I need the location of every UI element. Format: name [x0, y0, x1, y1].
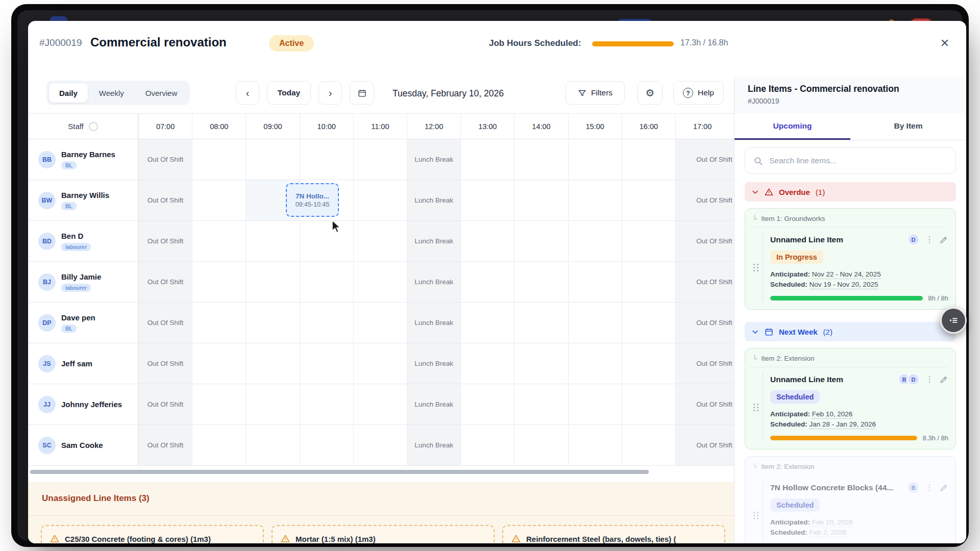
schedule-cell[interactable] [353, 221, 407, 261]
floating-panel-toggle-button[interactable] [940, 307, 967, 334]
schedule-cell[interactable] [460, 262, 514, 302]
tab-weekly[interactable]: Weekly [89, 83, 134, 103]
schedule-cell[interactable] [622, 180, 675, 220]
schedule-cell[interactable] [246, 425, 299, 465]
unassigned-line-item-chip[interactable]: Mortar (1:5 mix) (1m3) [272, 525, 495, 543]
drag-handle[interactable] [749, 233, 763, 302]
schedule-cell[interactable] [568, 139, 622, 180]
today-button[interactable]: Today [267, 81, 311, 105]
schedule-cell[interactable] [353, 425, 407, 465]
schedule-cell[interactable] [300, 425, 353, 465]
schedule-cell[interactable] [514, 139, 568, 180]
schedule-cell[interactable] [300, 343, 353, 384]
staff-cell[interactable]: JS Jeff sam [28, 343, 138, 384]
out-of-shift-cell[interactable]: Out Of Shift [675, 384, 734, 424]
select-all-checkbox[interactable] [89, 122, 98, 131]
settings-button[interactable]: ⚙ [638, 81, 663, 105]
schedule-cell[interactable] [622, 425, 675, 465]
line-item-card[interactable]: └ Item 2: Extension 7N Hollow Concrete B… [745, 456, 956, 543]
out-of-shift-cell[interactable]: Out Of Shift [675, 180, 734, 220]
out-of-shift-cell[interactable]: Out Of Shift [138, 139, 192, 180]
panel-tab-by-item[interactable]: By Item [850, 113, 966, 140]
out-of-shift-cell[interactable]: Out Of Shift [138, 384, 192, 424]
schedule-cell[interactable] [300, 139, 353, 180]
next-day-button[interactable]: › [318, 81, 342, 105]
schedule-cell[interactable] [353, 303, 407, 343]
schedule-cell[interactable] [622, 221, 675, 261]
schedule-cell[interactable] [460, 139, 514, 180]
group-header-nextweek[interactable]: Next Week(2) [745, 322, 956, 341]
schedule-cell[interactable] [514, 221, 568, 261]
close-icon[interactable]: ✕ [936, 34, 954, 53]
schedule-cell[interactable] [192, 139, 246, 180]
schedule-cell[interactable] [300, 303, 353, 343]
kebab-menu-icon[interactable]: ⋮ [925, 483, 934, 492]
schedule-cell[interactable] [353, 262, 407, 302]
lunch-break-cell[interactable]: Lunch Break [407, 425, 460, 465]
schedule-cell[interactable] [300, 221, 353, 261]
schedule-cell[interactable] [622, 343, 675, 384]
edit-icon[interactable] [939, 235, 948, 244]
out-of-shift-cell[interactable]: Out Of Shift [675, 343, 734, 384]
out-of-shift-cell[interactable]: Out Of Shift [675, 262, 734, 302]
lunch-break-cell[interactable]: Lunch Break [407, 262, 460, 302]
schedule-cell[interactable] [622, 303, 675, 343]
kebab-menu-icon[interactable]: ⋮ [925, 235, 934, 244]
staff-cell[interactable]: BW Barney Willis BL [28, 180, 138, 220]
staff-cell[interactable]: JJ Johnny Jefferies [28, 384, 138, 424]
schedule-cell[interactable] [514, 425, 568, 465]
staff-cell[interactable]: DP Dave pen BL [28, 303, 138, 343]
schedule-cell[interactable] [353, 180, 407, 220]
unassigned-line-item-chip[interactable]: C25/30 Concrete (footing & cores) (1m3) [41, 525, 264, 543]
schedule-cell[interactable] [246, 262, 299, 302]
schedule-cell[interactable] [192, 384, 246, 424]
lunch-break-cell[interactable]: Lunch Break [407, 180, 460, 220]
prev-day-button[interactable]: ‹ [236, 81, 259, 105]
schedule-cell[interactable] [514, 343, 568, 384]
lunch-break-cell[interactable]: Lunch Break [407, 139, 460, 180]
out-of-shift-cell[interactable]: Out Of Shift [138, 262, 192, 302]
edit-icon[interactable] [939, 483, 948, 492]
schedule-cell[interactable] [246, 139, 299, 180]
schedule-cell[interactable] [192, 180, 246, 220]
schedule-cell[interactable] [514, 180, 568, 220]
group-header-overdue[interactable]: Overdue(1) [745, 182, 956, 202]
schedule-cell[interactable] [460, 180, 514, 220]
tab-overview[interactable]: Overview [135, 83, 188, 103]
staff-cell[interactable]: SC Sam Cooke [28, 425, 138, 465]
schedule-cell[interactable] [568, 221, 622, 261]
schedule-cell[interactable] [300, 262, 353, 302]
search-input[interactable] [769, 156, 947, 165]
schedule-cell[interactable] [246, 384, 299, 424]
line-item-card[interactable]: └ Item 1: Groundworks Unnamed Line Item … [745, 208, 956, 310]
schedule-cell[interactable] [353, 384, 407, 424]
unassigned-line-item-chip[interactable]: Reinforcement Steel (bars, dowels, ties)… [502, 525, 725, 543]
lunch-break-cell[interactable]: Lunch Break [407, 384, 460, 424]
schedule-cell[interactable] [460, 221, 514, 261]
calendar-button[interactable] [350, 81, 374, 105]
edit-icon[interactable] [939, 375, 948, 384]
schedule-cell[interactable] [622, 262, 675, 302]
schedule-cell[interactable] [568, 384, 622, 424]
scheduled-event-block[interactable]: 7N Hollo...09:45-10:45 [286, 183, 339, 217]
schedule-cell[interactable] [568, 180, 622, 220]
out-of-shift-cell[interactable]: Out Of Shift [138, 425, 192, 465]
out-of-shift-cell[interactable]: Out Of Shift [138, 343, 192, 384]
out-of-shift-cell[interactable]: Out Of Shift [138, 180, 192, 220]
schedule-cell[interactable] [353, 343, 407, 384]
schedule-cell[interactable] [514, 303, 568, 343]
schedule-cell[interactable] [192, 221, 246, 261]
schedule-cell[interactable] [568, 303, 622, 343]
drag-handle[interactable] [749, 373, 763, 442]
tab-daily[interactable]: Daily [49, 83, 88, 103]
horizontal-scrollbar[interactable] [30, 470, 649, 474]
lunch-break-cell[interactable]: Lunch Break [407, 221, 460, 261]
schedule-cell[interactable] [353, 139, 407, 180]
out-of-shift-cell[interactable]: Out Of Shift [138, 221, 192, 261]
schedule-cell[interactable] [246, 303, 299, 343]
drag-handle[interactable] [749, 481, 763, 543]
schedule-cell[interactable] [568, 262, 622, 302]
schedule-cell[interactable] [460, 343, 514, 384]
schedule-cell[interactable] [300, 384, 353, 424]
schedule-cell[interactable] [622, 139, 675, 180]
